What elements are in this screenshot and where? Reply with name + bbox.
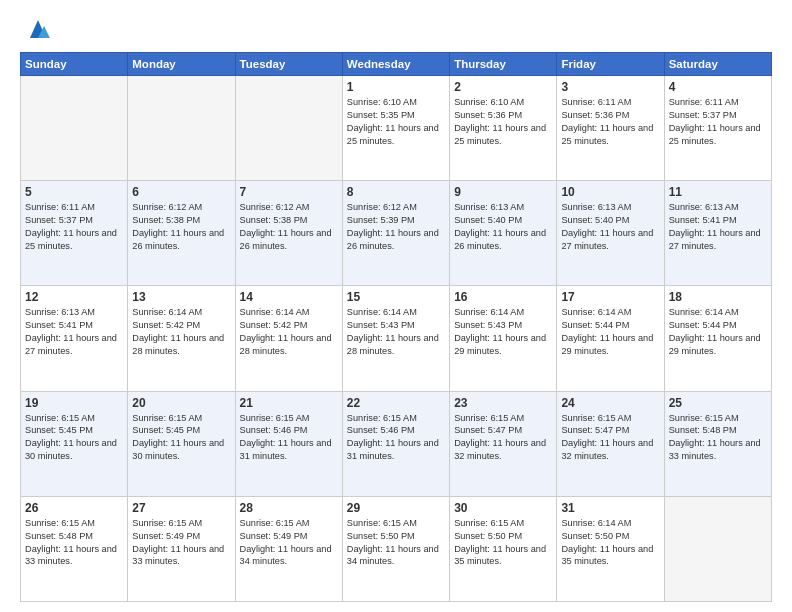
day-number: 19 (25, 396, 123, 410)
day-info: Sunrise: 6:15 AMSunset: 5:48 PMDaylight:… (25, 517, 123, 569)
calendar-cell: 2Sunrise: 6:10 AMSunset: 5:36 PMDaylight… (450, 76, 557, 181)
day-number: 25 (669, 396, 767, 410)
calendar-cell: 1Sunrise: 6:10 AMSunset: 5:35 PMDaylight… (342, 76, 449, 181)
day-number: 20 (132, 396, 230, 410)
day-info: Sunrise: 6:15 AMSunset: 5:49 PMDaylight:… (132, 517, 230, 569)
day-header-monday: Monday (128, 53, 235, 76)
day-number: 24 (561, 396, 659, 410)
day-info: Sunrise: 6:15 AMSunset: 5:45 PMDaylight:… (132, 412, 230, 464)
day-info: Sunrise: 6:13 AMSunset: 5:40 PMDaylight:… (561, 201, 659, 253)
calendar-cell (664, 496, 771, 601)
calendar-cell (21, 76, 128, 181)
day-info: Sunrise: 6:13 AMSunset: 5:41 PMDaylight:… (669, 201, 767, 253)
day-number: 26 (25, 501, 123, 515)
day-number: 28 (240, 501, 338, 515)
logo (20, 16, 52, 44)
day-info: Sunrise: 6:14 AMSunset: 5:43 PMDaylight:… (347, 306, 445, 358)
calendar-cell: 4Sunrise: 6:11 AMSunset: 5:37 PMDaylight… (664, 76, 771, 181)
calendar-cell: 19Sunrise: 6:15 AMSunset: 5:45 PMDayligh… (21, 391, 128, 496)
day-info: Sunrise: 6:11 AMSunset: 5:37 PMDaylight:… (25, 201, 123, 253)
calendar-cell: 27Sunrise: 6:15 AMSunset: 5:49 PMDayligh… (128, 496, 235, 601)
calendar-cell: 13Sunrise: 6:14 AMSunset: 5:42 PMDayligh… (128, 286, 235, 391)
day-info: Sunrise: 6:12 AMSunset: 5:39 PMDaylight:… (347, 201, 445, 253)
calendar-cell: 30Sunrise: 6:15 AMSunset: 5:50 PMDayligh… (450, 496, 557, 601)
calendar-cell: 5Sunrise: 6:11 AMSunset: 5:37 PMDaylight… (21, 181, 128, 286)
day-number: 27 (132, 501, 230, 515)
day-info: Sunrise: 6:12 AMSunset: 5:38 PMDaylight:… (240, 201, 338, 253)
day-number: 3 (561, 80, 659, 94)
day-info: Sunrise: 6:14 AMSunset: 5:43 PMDaylight:… (454, 306, 552, 358)
day-info: Sunrise: 6:15 AMSunset: 5:47 PMDaylight:… (454, 412, 552, 464)
day-info: Sunrise: 6:15 AMSunset: 5:49 PMDaylight:… (240, 517, 338, 569)
calendar-table: SundayMondayTuesdayWednesdayThursdayFrid… (20, 52, 772, 602)
day-header-saturday: Saturday (664, 53, 771, 76)
day-info: Sunrise: 6:15 AMSunset: 5:46 PMDaylight:… (347, 412, 445, 464)
day-info: Sunrise: 6:14 AMSunset: 5:42 PMDaylight:… (132, 306, 230, 358)
day-number: 10 (561, 185, 659, 199)
day-number: 14 (240, 290, 338, 304)
calendar-cell: 23Sunrise: 6:15 AMSunset: 5:47 PMDayligh… (450, 391, 557, 496)
header (20, 16, 772, 44)
calendar-cell: 14Sunrise: 6:14 AMSunset: 5:42 PMDayligh… (235, 286, 342, 391)
calendar-cell: 31Sunrise: 6:14 AMSunset: 5:50 PMDayligh… (557, 496, 664, 601)
logo-icon (24, 16, 52, 44)
calendar-cell: 25Sunrise: 6:15 AMSunset: 5:48 PMDayligh… (664, 391, 771, 496)
day-info: Sunrise: 6:10 AMSunset: 5:36 PMDaylight:… (454, 96, 552, 148)
day-number: 6 (132, 185, 230, 199)
day-number: 13 (132, 290, 230, 304)
day-info: Sunrise: 6:15 AMSunset: 5:47 PMDaylight:… (561, 412, 659, 464)
day-number: 22 (347, 396, 445, 410)
day-info: Sunrise: 6:15 AMSunset: 5:50 PMDaylight:… (454, 517, 552, 569)
day-number: 23 (454, 396, 552, 410)
calendar-cell: 21Sunrise: 6:15 AMSunset: 5:46 PMDayligh… (235, 391, 342, 496)
calendar-cell: 15Sunrise: 6:14 AMSunset: 5:43 PMDayligh… (342, 286, 449, 391)
calendar-cell (235, 76, 342, 181)
day-number: 4 (669, 80, 767, 94)
day-number: 1 (347, 80, 445, 94)
calendar-cell: 10Sunrise: 6:13 AMSunset: 5:40 PMDayligh… (557, 181, 664, 286)
calendar-cell (128, 76, 235, 181)
calendar-cell: 18Sunrise: 6:14 AMSunset: 5:44 PMDayligh… (664, 286, 771, 391)
day-info: Sunrise: 6:14 AMSunset: 5:44 PMDaylight:… (561, 306, 659, 358)
page: SundayMondayTuesdayWednesdayThursdayFrid… (0, 0, 792, 612)
day-number: 8 (347, 185, 445, 199)
day-number: 21 (240, 396, 338, 410)
day-number: 30 (454, 501, 552, 515)
day-info: Sunrise: 6:14 AMSunset: 5:42 PMDaylight:… (240, 306, 338, 358)
day-number: 2 (454, 80, 552, 94)
calendar-cell: 17Sunrise: 6:14 AMSunset: 5:44 PMDayligh… (557, 286, 664, 391)
calendar-cell: 26Sunrise: 6:15 AMSunset: 5:48 PMDayligh… (21, 496, 128, 601)
day-info: Sunrise: 6:15 AMSunset: 5:48 PMDaylight:… (669, 412, 767, 464)
calendar-cell: 9Sunrise: 6:13 AMSunset: 5:40 PMDaylight… (450, 181, 557, 286)
calendar-cell: 6Sunrise: 6:12 AMSunset: 5:38 PMDaylight… (128, 181, 235, 286)
calendar-cell: 20Sunrise: 6:15 AMSunset: 5:45 PMDayligh… (128, 391, 235, 496)
day-info: Sunrise: 6:15 AMSunset: 5:45 PMDaylight:… (25, 412, 123, 464)
day-info: Sunrise: 6:13 AMSunset: 5:40 PMDaylight:… (454, 201, 552, 253)
calendar-cell: 3Sunrise: 6:11 AMSunset: 5:36 PMDaylight… (557, 76, 664, 181)
day-number: 12 (25, 290, 123, 304)
day-number: 31 (561, 501, 659, 515)
calendar-cell: 7Sunrise: 6:12 AMSunset: 5:38 PMDaylight… (235, 181, 342, 286)
day-info: Sunrise: 6:15 AMSunset: 5:46 PMDaylight:… (240, 412, 338, 464)
day-info: Sunrise: 6:11 AMSunset: 5:36 PMDaylight:… (561, 96, 659, 148)
day-number: 7 (240, 185, 338, 199)
day-header-tuesday: Tuesday (235, 53, 342, 76)
day-number: 18 (669, 290, 767, 304)
day-number: 9 (454, 185, 552, 199)
calendar-cell: 8Sunrise: 6:12 AMSunset: 5:39 PMDaylight… (342, 181, 449, 286)
calendar-cell: 11Sunrise: 6:13 AMSunset: 5:41 PMDayligh… (664, 181, 771, 286)
day-info: Sunrise: 6:11 AMSunset: 5:37 PMDaylight:… (669, 96, 767, 148)
day-header-sunday: Sunday (21, 53, 128, 76)
calendar-cell: 22Sunrise: 6:15 AMSunset: 5:46 PMDayligh… (342, 391, 449, 496)
calendar-cell: 12Sunrise: 6:13 AMSunset: 5:41 PMDayligh… (21, 286, 128, 391)
day-number: 17 (561, 290, 659, 304)
day-info: Sunrise: 6:15 AMSunset: 5:50 PMDaylight:… (347, 517, 445, 569)
day-header-friday: Friday (557, 53, 664, 76)
day-header-wednesday: Wednesday (342, 53, 449, 76)
day-info: Sunrise: 6:14 AMSunset: 5:44 PMDaylight:… (669, 306, 767, 358)
day-info: Sunrise: 6:12 AMSunset: 5:38 PMDaylight:… (132, 201, 230, 253)
calendar-cell: 29Sunrise: 6:15 AMSunset: 5:50 PMDayligh… (342, 496, 449, 601)
calendar-cell: 24Sunrise: 6:15 AMSunset: 5:47 PMDayligh… (557, 391, 664, 496)
day-number: 16 (454, 290, 552, 304)
day-header-thursday: Thursday (450, 53, 557, 76)
